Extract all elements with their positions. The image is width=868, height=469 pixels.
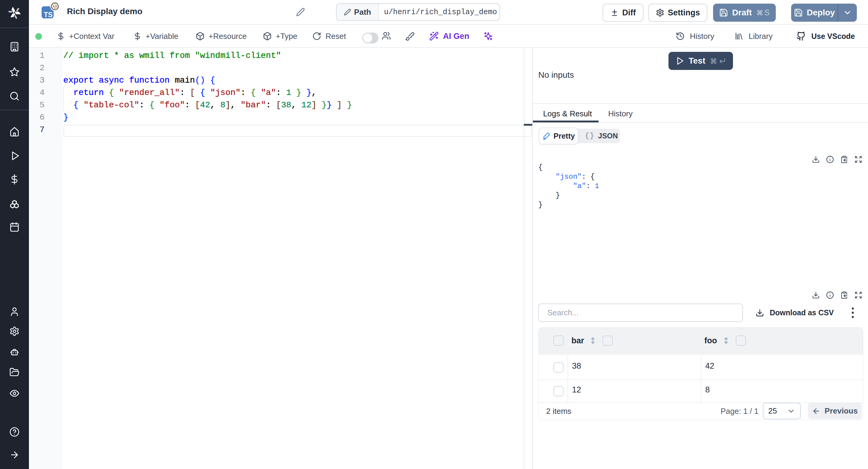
svg-text:TS: TS xyxy=(44,11,53,19)
